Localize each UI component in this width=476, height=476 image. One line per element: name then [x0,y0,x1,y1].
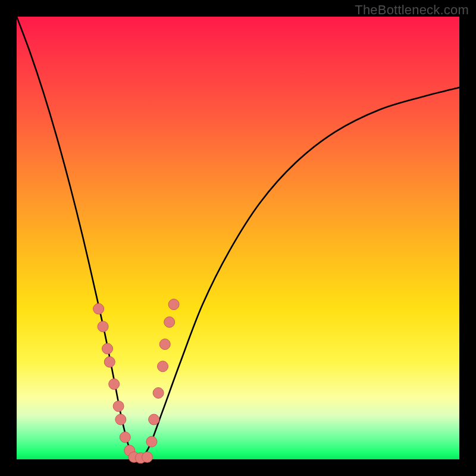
marker-dot [142,452,152,462]
marker-dot [146,436,157,447]
bottleneck-curve [17,17,459,459]
marker-dot [149,414,159,425]
marker-dot [113,401,124,412]
curve-layer [17,17,459,459]
marker-dot [120,432,130,443]
marker-dot [93,303,104,314]
marker-dot [115,414,126,425]
right-branch-path [140,87,459,459]
marker-dot [158,361,168,372]
left-branch-path [17,17,140,459]
marker-dot [168,299,179,310]
marker-cluster [93,299,179,464]
marker-dot [164,317,175,327]
marker-dot [153,387,164,398]
marker-dot [109,379,120,390]
marker-dot [98,321,108,332]
marker-dot [104,356,115,367]
marker-dot [102,343,113,354]
marker-dot [159,339,170,350]
watermark-text: TheBottleneck.com [355,2,469,18]
chart-frame: TheBottleneck.com [0,0,476,476]
